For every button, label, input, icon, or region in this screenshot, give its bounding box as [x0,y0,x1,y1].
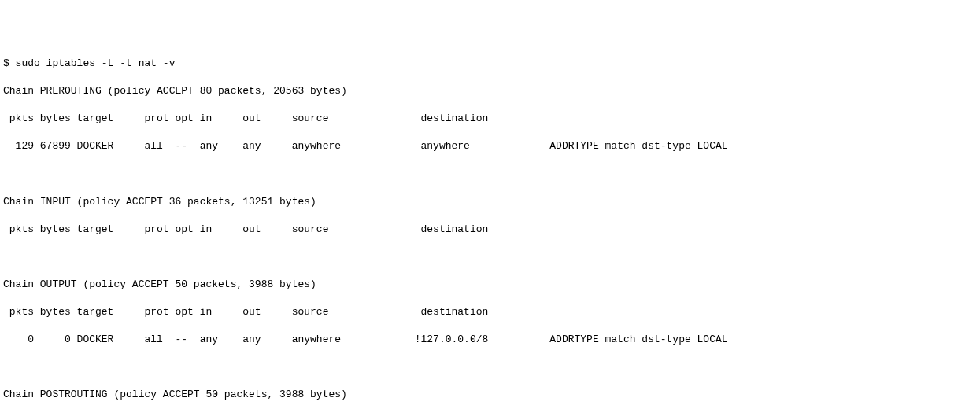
chain-header-prerouting: Chain PREROUTING (policy ACCEPT 80 packe… [3,84,977,98]
column-headers: pkts bytes target prot opt in out source… [3,223,977,237]
table-row: 129 67899 DOCKER all -- any any anywhere… [3,139,977,153]
command-line[interactable]: $ sudo iptables -L -t nat -v [3,57,977,71]
chain-header-output: Chain OUTPUT (policy ACCEPT 50 packets, … [3,278,977,292]
chain-header-postrouting: Chain POSTROUTING (policy ACCEPT 50 pack… [3,388,977,402]
blank-line [3,360,977,374]
blank-line [3,168,977,182]
column-headers: pkts bytes target prot opt in out source… [3,112,977,126]
column-headers: pkts bytes target prot opt in out source… [3,305,977,319]
table-row: 0 0 DOCKER all -- any any anywhere !127.… [3,333,977,347]
chain-header-input: Chain INPUT (policy ACCEPT 36 packets, 1… [3,195,977,209]
prompt: $ [3,57,16,69]
blank-line [3,250,977,264]
command-text: sudo iptables -L -t nat -v [16,57,176,69]
